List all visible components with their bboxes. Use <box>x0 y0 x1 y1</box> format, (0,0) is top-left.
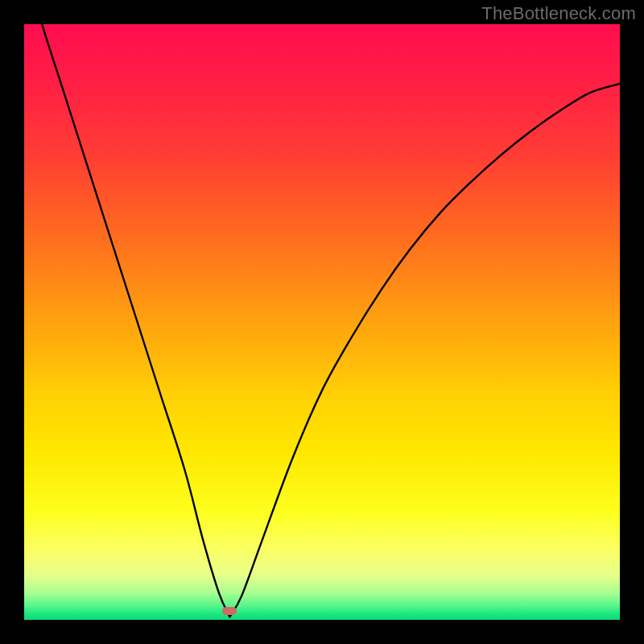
optimal-marker <box>222 607 237 615</box>
bottleneck-curve <box>24 24 620 620</box>
watermark-text: TheBottleneck.com <box>481 3 636 24</box>
chart-frame: TheBottleneck.com <box>0 0 644 644</box>
plot-area <box>24 24 620 620</box>
